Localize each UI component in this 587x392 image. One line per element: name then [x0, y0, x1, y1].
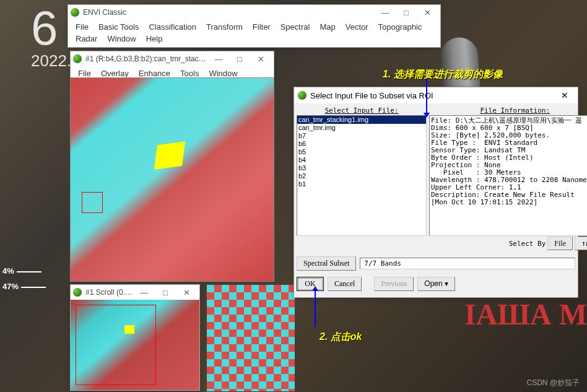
file-info-header: File Information: [429, 106, 587, 115]
envi-main-window: ENVI Classic — □ ✕ File Basic Tools Clas… [67, 4, 441, 48]
display-image[interactable] [70, 77, 274, 282]
roi-polygon[interactable] [154, 141, 185, 170]
zoom-image [207, 285, 295, 391]
spectral-subset-button[interactable]: Spectral Subset [297, 256, 356, 271]
view-indicator-box[interactable] [76, 305, 156, 385]
cancel-button[interactable]: Cancel [328, 277, 362, 291]
file-list[interactable]: can_tmr_stacking1.img can_tmr.img b7 b6 … [297, 115, 427, 236]
dialog-close-button[interactable]: ✕ [555, 90, 574, 100]
file-info-text: File: D:\大二上机\遥感原理与应用\实验一 遥 Dims: 600 x … [430, 116, 587, 207]
dialog-titlebar[interactable]: Select Input File to Subset via ROI ✕ [294, 87, 578, 103]
main-titlebar[interactable]: ENVI Classic — □ ✕ [68, 5, 440, 20]
menu-map[interactable]: Map [315, 21, 340, 33]
dialog-body: Select Input File: can_tmr_stacking1.img… [294, 103, 578, 297]
file-info-panel: File: D:\大二上机\遥感原理与应用\实验一 遥 Dims: 600 x … [429, 115, 587, 236]
file-item[interactable]: can_tmr.img [297, 124, 426, 132]
close-button[interactable]: ✕ [250, 52, 271, 66]
file-list-header: Select Input File: [297, 106, 427, 115]
menu-window[interactable]: Window [102, 33, 141, 45]
file-item[interactable]: b1 [297, 180, 426, 188]
stat-1: 4% [2, 266, 41, 276]
stat-2: 47% [2, 282, 46, 291]
menu-filter[interactable]: Filter [248, 21, 276, 33]
scroll-window: #1 Scroll (0.4... — □ ✕ [70, 284, 200, 391]
file-item[interactable]: b3 [297, 164, 426, 172]
minimize-button[interactable]: — [208, 52, 229, 66]
close-button[interactable]: ✕ [417, 6, 438, 19]
select-by-toggle[interactable]: ↑↓ [575, 237, 587, 250]
close-button[interactable]: ✕ [176, 285, 197, 299]
image-content [71, 78, 274, 281]
menu-transform[interactable]: Transform [201, 21, 248, 33]
desktop-red-text: ІАША М [464, 297, 587, 331]
watermark: CSDN @炒茄子 [526, 378, 580, 388]
select-by-label: Select By [509, 240, 546, 248]
maximize-button[interactable]: □ [229, 52, 250, 66]
file-item[interactable]: b4 [297, 156, 426, 164]
zoom-window[interactable] [207, 285, 295, 391]
select-input-dialog: Select Input File to Subset via ROI ✕ Se… [294, 87, 578, 298]
file-item-selected[interactable]: can_tmr_stacking1.img [297, 116, 426, 124]
menu-spectral[interactable]: Spectral [276, 21, 315, 33]
envi-icon [71, 8, 79, 17]
display-titlebar[interactable]: #1 (R:b4,G:b3,B:b2):can_tmr_stacking... … [71, 51, 274, 66]
select-by-value[interactable]: File [547, 237, 573, 250]
envi-icon [73, 54, 82, 63]
envi-icon [298, 91, 307, 100]
menu-vector[interactable]: Vector [341, 21, 373, 33]
zoom-indicator-box[interactable] [82, 192, 103, 213]
maximize-button[interactable]: □ [155, 285, 176, 299]
previous-button: Previous [374, 277, 414, 291]
file-item[interactable]: b7 [297, 132, 426, 140]
main-menubar: File Basic Tools Classification Transfor… [68, 20, 440, 47]
menu-classification[interactable]: Classification [144, 21, 201, 33]
minimize-button[interactable]: — [134, 285, 155, 299]
scroll-image[interactable] [71, 300, 199, 390]
menu-file[interactable]: File [71, 21, 93, 33]
file-item[interactable]: b2 [297, 172, 426, 180]
main-title: ENVI Classic [83, 8, 375, 17]
scroll-titlebar[interactable]: #1 Scroll (0.4... — □ ✕ [71, 285, 199, 300]
annotation-arrow-1 [426, 79, 427, 114]
annotation-1: 1. 选择需要进行裁剪的影像 [383, 68, 503, 81]
dialog-title: Select Input File to Subset via ROI [310, 91, 555, 100]
menu-radar[interactable]: Radar [71, 33, 102, 45]
menu-topographic[interactable]: Topographic [373, 21, 427, 33]
display-title: #1 (R:b4,G:b3,B:b2):can_tmr_stacking... [85, 54, 208, 63]
envi-icon [73, 288, 82, 297]
menu-help[interactable]: Help [141, 33, 168, 45]
file-item[interactable]: b5 [297, 148, 426, 156]
open-button[interactable]: Open ▾ [417, 277, 454, 291]
minimize-button[interactable]: — [375, 6, 396, 19]
file-item[interactable]: b6 [297, 140, 426, 148]
spectral-subset-value: 7/7 Bands [360, 258, 575, 269]
ok-button[interactable]: OK [297, 277, 324, 291]
annotation-arrow-2 [315, 290, 316, 327]
menu-basic-tools[interactable]: Basic Tools [93, 21, 144, 33]
maximize-button[interactable]: □ [396, 6, 417, 19]
scroll-title: #1 Scroll (0.4... [85, 288, 134, 297]
annotation-2: 2. 点击ok [320, 331, 362, 344]
